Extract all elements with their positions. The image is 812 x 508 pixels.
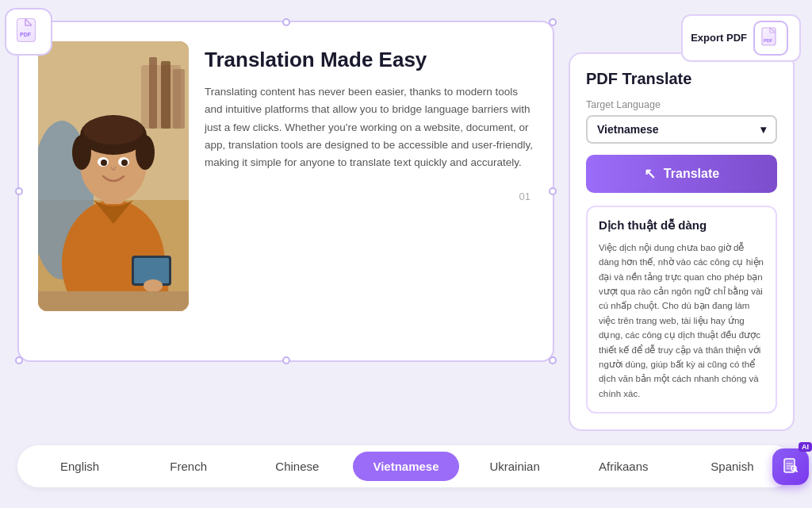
svg-point-24 bbox=[144, 279, 163, 292]
corner-dot-rm bbox=[549, 187, 557, 195]
ai-label: AI bbox=[799, 442, 812, 452]
corner-dot-bl bbox=[15, 356, 23, 364]
main-container: PDF bbox=[17, 21, 795, 431]
photo-placeholder bbox=[38, 41, 189, 311]
tab-ukrainian[interactable]: Ukrainian bbox=[462, 452, 568, 481]
left-card: PDF bbox=[17, 21, 554, 362]
tab-afrikaans[interactable]: Afrikaans bbox=[571, 452, 676, 481]
svg-point-19 bbox=[101, 160, 107, 166]
svg-rect-25 bbox=[38, 291, 189, 311]
translate-button-label: Translate bbox=[664, 167, 719, 181]
tab-vietnamese[interactable]: Vietnamese bbox=[353, 452, 458, 481]
svg-point-15 bbox=[136, 135, 155, 170]
export-pdf-icon: PDF bbox=[753, 21, 788, 56]
tab-chinese[interactable]: Chinese bbox=[244, 452, 350, 481]
corner-dot-tm bbox=[282, 18, 290, 26]
translated-title: Dịch thuật dễ dàng bbox=[599, 218, 764, 233]
corner-dot-tr bbox=[549, 18, 557, 26]
chevron-down-icon: ▾ bbox=[760, 123, 766, 136]
text-area: Translation Made Easy Translating conten… bbox=[205, 41, 534, 311]
ai-badge: AI bbox=[772, 448, 809, 485]
translate-panel: PDF Translate Target Language Vietnamese… bbox=[569, 52, 795, 431]
pdf-icon-badge: PDF bbox=[5, 8, 52, 56]
svg-point-16 bbox=[83, 116, 144, 144]
ai-document-icon bbox=[782, 458, 799, 475]
selected-language: Vietnamese bbox=[597, 123, 659, 136]
svg-point-14 bbox=[72, 135, 91, 170]
translate-button[interactable]: ↖ Translate bbox=[586, 155, 777, 193]
svg-rect-6 bbox=[149, 57, 157, 129]
target-language-label: Target Language bbox=[586, 99, 777, 110]
pdf-icon: PDF bbox=[14, 17, 43, 46]
export-pdf-label: Export PDF bbox=[691, 32, 747, 44]
tab-spanish[interactable]: Spanish bbox=[680, 452, 785, 481]
left-card-inner: Translation Made Easy Translating conten… bbox=[19, 22, 553, 330]
language-tabs: English French Chinese Vietnamese Ukrain… bbox=[17, 445, 795, 487]
svg-point-20 bbox=[121, 160, 128, 166]
corner-dot-lm bbox=[15, 187, 23, 195]
page-number: 01 bbox=[205, 190, 534, 202]
translated-box: Dịch thuật dễ dàng Việc dịch nội dung ch… bbox=[586, 206, 777, 414]
card-body: Translating content has never been easie… bbox=[205, 83, 534, 171]
corner-dot-br bbox=[549, 356, 557, 364]
translated-body: Việc dịch nội dung chưa bao giờ dễ dàng … bbox=[599, 241, 764, 401]
tab-english[interactable]: English bbox=[27, 452, 132, 481]
svg-rect-8 bbox=[173, 69, 185, 129]
svg-rect-1 bbox=[17, 19, 35, 41]
translate-panel-title: PDF Translate bbox=[586, 70, 777, 88]
right-panel: Export PDF PDF PDF Transl bbox=[569, 21, 795, 431]
corner-dot-bm bbox=[282, 356, 290, 364]
svg-text:PDF: PDF bbox=[764, 38, 773, 43]
svg-rect-7 bbox=[161, 61, 170, 129]
cursor-icon: ↖ bbox=[644, 165, 656, 183]
photo-area bbox=[38, 41, 189, 311]
language-select-box[interactable]: Vietnamese ▾ bbox=[586, 115, 777, 144]
tab-french[interactable]: French bbox=[136, 452, 241, 481]
card-title: Translation Made Easy bbox=[205, 48, 534, 72]
svg-text:PDF: PDF bbox=[20, 32, 32, 37]
export-pdf-button[interactable]: Export PDF PDF bbox=[681, 14, 801, 62]
